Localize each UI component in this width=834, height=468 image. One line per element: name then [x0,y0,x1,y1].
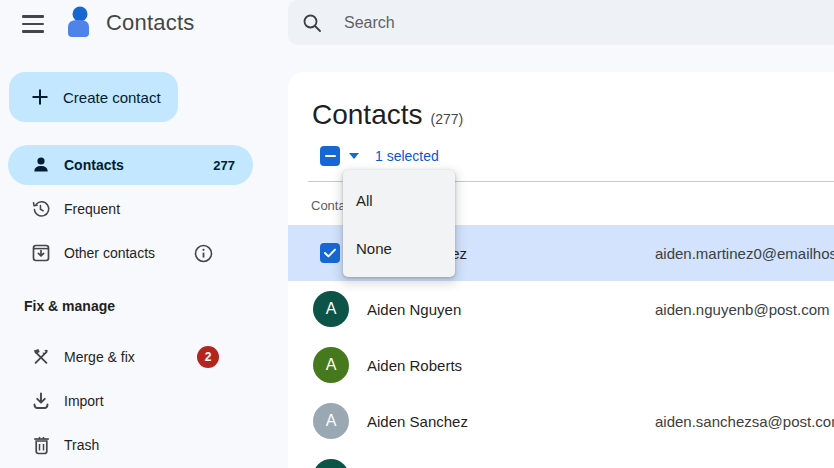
sidebar-item-label: Contacts [64,157,124,173]
contact-row[interactable]: A Aiden Sanchez aiden.sanchezsa@post.com [288,393,834,449]
top-bar: Contacts Search [0,0,834,45]
main-panel: Contacts (277) 1 selected Contacts Aiden… [288,72,834,468]
trash-icon [32,436,50,454]
sidebar-item-label: Merge & fix [64,349,135,365]
sidebar-item-label: Frequent [64,201,120,217]
page-title: Contacts (277) [312,99,463,131]
selected-count-label: 1 selected [375,148,439,164]
search-placeholder: Search [344,14,395,32]
contacts-logo-icon [64,5,94,39]
avatar: A [313,347,349,383]
sidebar: Create contact Contacts 277 Frequent [0,45,288,468]
contact-email: aiden.nguyenb@post.com [655,281,830,337]
contact-email: aiden.martinez0@emailhost [655,225,834,281]
contact-name: Aiden Roberts [367,337,462,393]
create-contact-button[interactable]: Create contact [9,72,178,122]
archive-down-icon [32,244,50,262]
sidebar-item-contacts[interactable]: Contacts 277 [8,145,253,185]
contact-row[interactable] [288,449,834,468]
page-title-count: (277) [431,111,464,127]
sidebar-item-frequent[interactable]: Frequent [8,189,253,229]
sidebar-item-label: Trash [64,437,99,453]
contact-email: aiden.sanchezsa@post.com [655,393,834,449]
sidebar-item-import[interactable]: Import [8,381,253,421]
sidebar-item-trash[interactable]: Trash [8,425,253,465]
sidebar-item-label: Import [64,393,104,409]
section-header-fix-manage: Fix & manage [24,298,115,314]
row-checkbox-checked[interactable] [320,243,340,263]
chevron-down-icon[interactable] [349,153,359,159]
page-title-text: Contacts [312,99,423,131]
contact-row[interactable]: A Aiden Nguyen aiden.nguyenb@post.com [288,281,834,337]
search-input[interactable]: Search [288,0,834,45]
merge-fix-badge: 2 [197,346,219,368]
menu-icon[interactable] [16,8,52,40]
selection-toolbar: 1 selected [288,144,439,168]
tools-icon [32,348,50,366]
search-icon [302,13,322,33]
person-icon [32,156,50,174]
avatar: A [313,403,349,439]
history-icon [32,200,50,218]
avatar [313,459,349,468]
download-icon [32,392,50,410]
app-title: Contacts [106,10,194,36]
contact-name: Aiden Nguyen [367,281,461,337]
avatar: A [313,291,349,327]
menu-item-none[interactable]: None [343,224,455,272]
selection-menu: All None [343,170,455,277]
select-all-checkbox[interactable] [320,146,340,166]
check-icon [324,248,336,258]
contact-row[interactable]: A Aiden Roberts [288,337,834,393]
sidebar-item-other-contacts[interactable]: Other contacts [8,233,253,273]
plus-icon [30,87,50,107]
contacts-count: 277 [213,158,235,173]
contact-name: Aiden Sanchez [367,393,468,449]
info-icon[interactable] [194,244,213,263]
minus-icon [325,155,336,157]
menu-item-all[interactable]: All [343,176,455,224]
sidebar-item-merge-fix[interactable]: Merge & fix 2 [8,337,253,377]
sidebar-item-label: Other contacts [64,245,155,261]
create-contact-label: Create contact [63,89,161,106]
